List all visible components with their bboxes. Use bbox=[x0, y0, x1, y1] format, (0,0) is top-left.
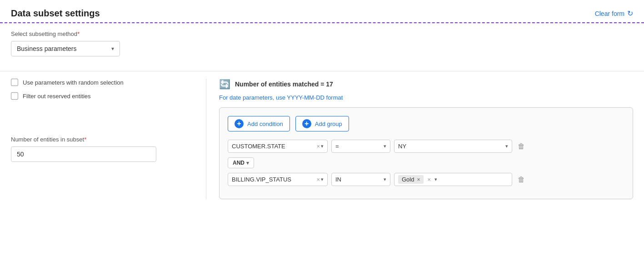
field-value-1: CUSTOMER.STATE bbox=[232, 143, 285, 150]
clear-form-label: Clear form bbox=[595, 10, 624, 17]
value-select-2[interactable]: Gold × × ▾ bbox=[394, 173, 512, 186]
field-value-2: BILLING.VIP_STATUS bbox=[232, 176, 291, 183]
plus-circle-icon: + bbox=[235, 119, 244, 128]
field-clear-1[interactable]: × bbox=[315, 143, 321, 150]
sync-icon: 🔄 bbox=[219, 79, 230, 90]
section-divider bbox=[0, 71, 644, 71]
matched-text: Number of entities matched = 17 bbox=[235, 81, 333, 88]
refresh-icon: ↻ bbox=[627, 9, 633, 18]
subsetting-method-select[interactable]: Business parameters ▾ bbox=[11, 41, 120, 56]
and-chevron: ▾ bbox=[246, 160, 249, 166]
operator-value-2: IN bbox=[335, 176, 341, 183]
checkbox-row-reserved: Filter out reserved entities bbox=[11, 92, 195, 100]
operator-select-2[interactable]: IN ▾ bbox=[331, 173, 390, 186]
value-select-1[interactable]: NY ▾ bbox=[394, 140, 512, 153]
operator-value-1: = bbox=[335, 143, 339, 150]
and-row: AND ▾ bbox=[228, 157, 624, 168]
value-chevron-2: ▾ bbox=[434, 176, 437, 182]
delete-condition-1[interactable]: 🗑 bbox=[516, 140, 527, 153]
main-content: Use parameters with random selection Fil… bbox=[0, 79, 644, 199]
page-title: Data subset settings bbox=[11, 8, 100, 19]
left-panel: Use parameters with random selection Fil… bbox=[11, 79, 206, 199]
field-select-1[interactable]: CUSTOMER.STATE × ▾ bbox=[228, 140, 328, 153]
and-badge[interactable]: AND ▾ bbox=[228, 157, 254, 168]
operator-chevron-2: ▾ bbox=[384, 176, 386, 182]
matched-info: 🔄 Number of entities matched = 17 bbox=[219, 79, 633, 90]
conditions-buttons: + Add condition + Add group bbox=[228, 116, 624, 131]
plus-circle-group-icon: + bbox=[302, 119, 311, 128]
checkbox-row-random: Use parameters with random selection bbox=[11, 79, 195, 86]
conditions-box: + Add condition + Add group CUSTOMER.STA… bbox=[219, 107, 633, 199]
delete-condition-2[interactable]: 🗑 bbox=[516, 173, 527, 186]
condition-row-1: CUSTOMER.STATE × ▾ = ▾ NY ▾ 🗑 bbox=[228, 140, 624, 153]
trash-icon-2: 🗑 bbox=[518, 176, 525, 183]
field-chevron-1: ▾ bbox=[321, 143, 324, 149]
condition-row-2: BILLING.VIP_STATUS × ▾ IN ▾ Gold × bbox=[228, 173, 624, 186]
tag-chip-gold: Gold × bbox=[398, 175, 424, 184]
trash-icon-1: 🗑 bbox=[518, 142, 525, 150]
and-label: AND bbox=[233, 160, 245, 166]
tag-chip-remove[interactable]: × bbox=[417, 176, 420, 183]
add-group-label: Add group bbox=[315, 121, 342, 127]
method-select-value: Business parameters bbox=[17, 45, 77, 52]
random-selection-label[interactable]: Use parameters with random selection bbox=[23, 79, 124, 86]
page-container: Data subset settings Clear form ↻ Select… bbox=[0, 0, 644, 267]
field-chevron-2: ▾ bbox=[321, 176, 324, 182]
select-method-label: Select subsetting method* bbox=[11, 30, 633, 37]
chevron-down-icon: ▾ bbox=[111, 45, 114, 52]
entities-label: Number of entities in subset* bbox=[11, 136, 195, 143]
filter-reserved-checkbox[interactable] bbox=[11, 92, 18, 100]
clear-form-button[interactable]: Clear form ↻ bbox=[595, 9, 633, 18]
value-chevron-1: ▾ bbox=[505, 143, 508, 149]
operator-chevron-1: ▾ bbox=[384, 143, 386, 149]
random-selection-checkbox[interactable] bbox=[11, 79, 18, 86]
content-area: Select subsetting method* Business param… bbox=[0, 23, 644, 64]
date-hint: For date parameters, use YYYY-MM-DD form… bbox=[219, 94, 633, 101]
field-select-2[interactable]: BILLING.VIP_STATUS × ▾ bbox=[228, 173, 328, 186]
entities-input[interactable] bbox=[11, 146, 156, 162]
tag-chip-label: Gold bbox=[402, 176, 414, 183]
field-clear-2[interactable]: × bbox=[315, 176, 321, 183]
value-text-1: NY bbox=[398, 143, 406, 150]
value-clear-2[interactable]: × bbox=[426, 176, 432, 183]
right-panel: 🔄 Number of entities matched = 17 For da… bbox=[206, 79, 633, 199]
add-condition-button[interactable]: + Add condition bbox=[228, 116, 290, 131]
add-group-button[interactable]: + Add group bbox=[295, 116, 349, 131]
operator-select-1[interactable]: = ▾ bbox=[331, 140, 390, 153]
filter-reserved-label[interactable]: Filter out reserved entities bbox=[23, 93, 91, 100]
header: Data subset settings Clear form ↻ bbox=[0, 0, 644, 19]
add-condition-label: Add condition bbox=[247, 121, 283, 127]
